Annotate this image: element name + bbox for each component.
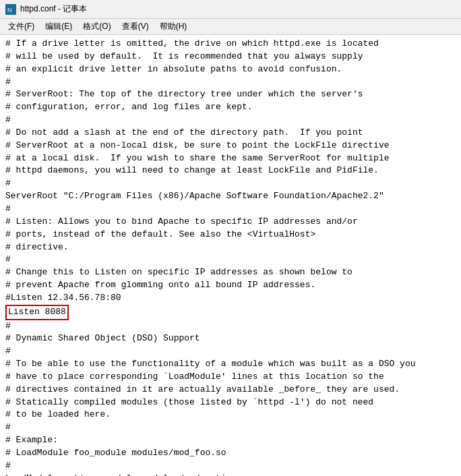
menu-item[interactable]: 查看(V) [117,20,154,34]
code-content: # If a drive letter is omitted, the driv… [5,38,456,476]
menu-item[interactable]: 格式(O) [78,20,116,34]
menu-item[interactable]: 帮助(H) [154,20,193,34]
content-area[interactable]: # If a drive letter is omitted, the driv… [0,35,461,476]
window-title: httpd.conf - 记事本 [20,3,87,15]
title-bar: N httpd.conf - 记事本 [0,0,461,19]
highlighted-line: Listen 8088 [5,305,69,320]
svg-text:N: N [7,7,12,13]
menu-item[interactable]: 编辑(E) [40,20,78,34]
menu-bar: 文件(F)编辑(E)格式(O)查看(V)帮助(H) [0,19,461,35]
app-icon: N [5,4,16,15]
menu-item[interactable]: 文件(F) [3,20,40,34]
